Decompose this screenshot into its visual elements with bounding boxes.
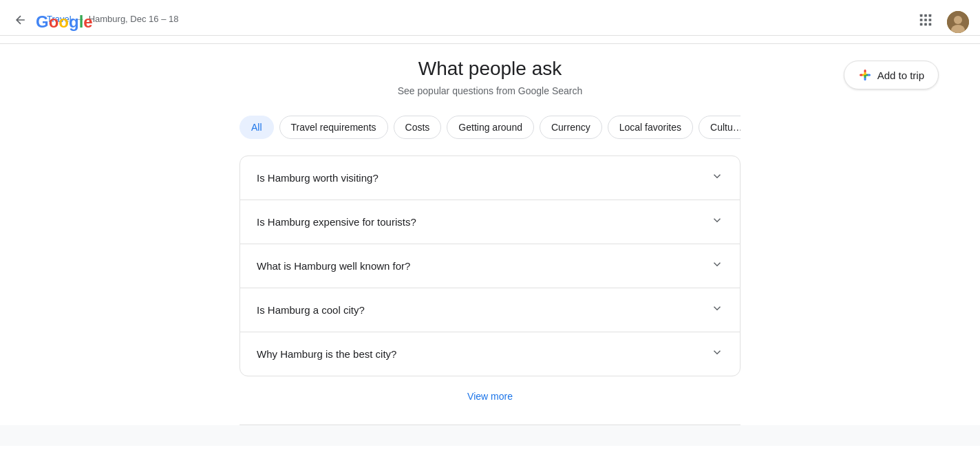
plus-colored-icon [858,68,872,82]
faq-item-3[interactable]: Is Hamburg a cool city? [240,288,740,332]
svg-rect-3 [920,19,923,21]
svg-rect-6 [920,23,923,26]
faq-item-4[interactable]: Why Hamburg is the best city? [240,332,740,376]
section-subtitle: See popular questions from Google Search [239,85,741,96]
filter-chip-culture[interactable]: Cultu… [699,116,741,139]
faq-question-1: Is Hamburg expensive for tourists? [257,216,416,228]
faq-item-0[interactable]: Is Hamburg worth visiting? [240,156,740,200]
svg-rect-2 [929,14,932,17]
svg-rect-8 [929,23,932,26]
svg-point-10 [954,16,962,24]
faq-item-2[interactable]: What is Hamburg well known for? [240,244,740,288]
header-right [913,7,969,36]
view-more-container: View more [239,390,741,403]
faq-question-2: What is Hamburg well known for? [257,260,410,272]
google-logo: Google [36,12,93,32]
filter-chips: All Travel requirements Costs Getting ar… [239,116,741,139]
filter-chip-costs[interactable]: Costs [394,116,442,139]
chevron-down-icon-2 [711,258,723,274]
back-button[interactable] [11,10,30,33]
add-to-trip-button[interactable]: Add to trip [844,61,939,89]
faq-question-4: Why Hamburg is the best city? [257,348,396,360]
chevron-down-icon-4 [711,346,723,362]
chevron-down-icon-1 [711,214,723,230]
faq-container: Is Hamburg worth visiting? Is Hamburg ex… [239,155,741,376]
faq-item-1[interactable]: Is Hamburg expensive for tourists? [240,200,740,244]
add-to-trip-label: Add to trip [877,69,924,81]
svg-rect-0 [920,14,923,17]
header: Google [0,0,980,44]
svg-rect-5 [929,19,932,21]
svg-rect-4 [924,19,927,21]
filter-chip-local-favorites[interactable]: Local favorites [608,116,693,139]
faq-question-0: Is Hamburg worth visiting? [257,172,379,184]
avatar[interactable] [947,11,969,33]
filter-chip-travel-requirements[interactable]: Travel requirements [279,116,388,139]
filter-chip-all[interactable]: All [239,116,274,139]
filter-chip-getting-around[interactable]: Getting around [447,116,534,139]
header-left: Google [11,10,96,33]
chevron-down-icon-0 [711,170,723,186]
view-more-link[interactable]: View more [467,391,513,402]
section-title: What people ask [239,58,741,80]
filter-chip-currency[interactable]: Currency [540,116,602,139]
svg-rect-1 [924,14,927,17]
apps-grid-icon[interactable] [913,7,939,36]
svg-rect-7 [924,23,927,26]
bottom-partial [0,425,980,446]
chevron-down-icon-3 [711,302,723,318]
main-content: What people ask See popular questions fr… [228,36,752,425]
faq-question-3: Is Hamburg a cool city? [257,304,365,316]
